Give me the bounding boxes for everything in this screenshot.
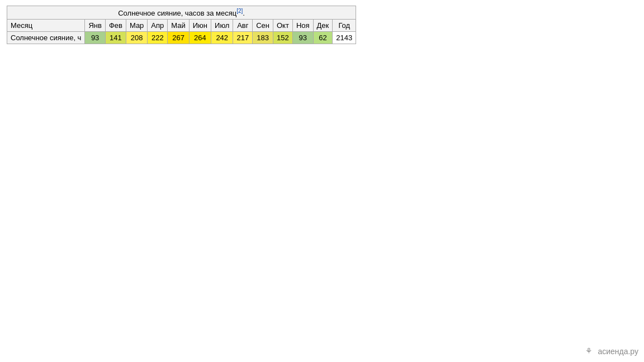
col-header-month: Дек — [313, 20, 333, 32]
data-cell: 222 — [148, 32, 168, 44]
brand-watermark: ⚘ асиенда.ру — [585, 346, 638, 356]
table-title-ref: [2] — [236, 8, 243, 14]
brand-text: асиенда.ру — [598, 347, 638, 356]
data-cell: 141 — [105, 32, 126, 44]
col-header-month: Ноя — [292, 20, 313, 32]
col-header-month: Год — [333, 20, 356, 32]
data-cell: 267 — [168, 32, 189, 44]
col-header-month: Фев — [105, 20, 126, 32]
data-cell: 183 — [253, 32, 273, 44]
data-cell: 264 — [189, 32, 211, 44]
data-row: Солнечное сияние, ч 93141208222267264242… — [7, 32, 356, 44]
data-cell: 217 — [233, 32, 253, 44]
data-cell: 93 — [85, 32, 105, 44]
col-header-month: Янв — [85, 20, 105, 32]
table-title: Солнечное сияние, часов за месяц[2]. — [7, 6, 356, 20]
col-header-month: Мар — [126, 20, 147, 32]
sunshine-table: Солнечное сияние, часов за месяц[2]. Мес… — [7, 6, 356, 44]
col-header-month: Апр — [148, 20, 168, 32]
header-row: Месяц ЯнвФевМарАпрМайИюнИюлАвгСенОктНояД… — [7, 20, 356, 32]
title-row: Солнечное сияние, часов за месяц[2]. — [7, 6, 356, 20]
row-label: Солнечное сияние, ч — [7, 32, 85, 44]
data-cell: 242 — [211, 32, 233, 44]
page-wrapper: Солнечное сияние, часов за месяц[2]. Мес… — [0, 0, 644, 50]
data-cell: 152 — [273, 32, 292, 44]
col-header-label: Месяц — [7, 20, 85, 32]
col-header-month: Июл — [211, 20, 233, 32]
data-cell: 93 — [292, 32, 313, 44]
col-header-month: Авг — [233, 20, 253, 32]
col-header-month: Май — [168, 20, 189, 32]
col-header-month: Июн — [189, 20, 211, 32]
data-cell: 62 — [313, 32, 333, 44]
col-header-month: Сен — [253, 20, 273, 32]
data-cell: 2143 — [333, 32, 356, 44]
data-cell: 208 — [126, 32, 147, 44]
col-header-month: Окт — [273, 20, 292, 32]
brand-icon: ⚘ — [585, 346, 595, 356]
